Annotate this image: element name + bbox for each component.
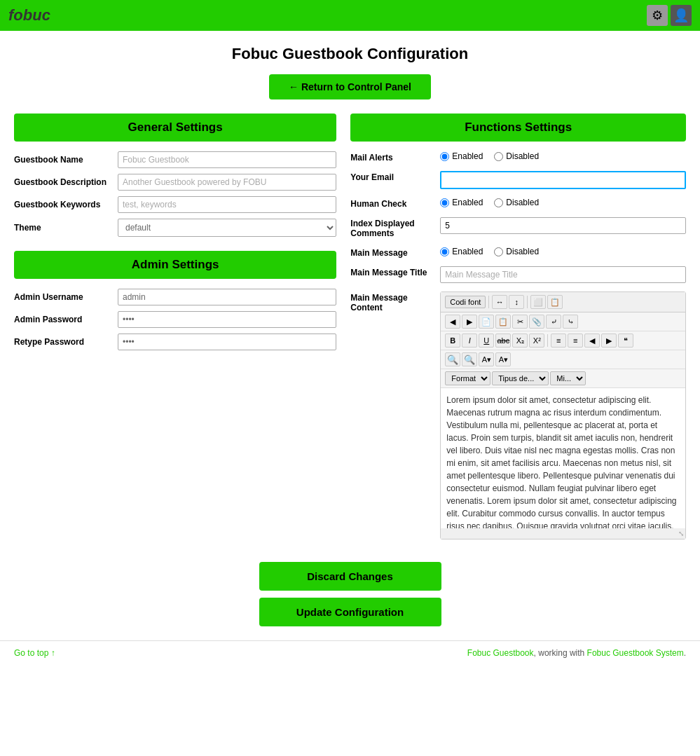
footer-system-link[interactable]: Fobuc Guestbook System: [587, 648, 684, 658]
rte-icon1-btn[interactable]: ↔: [492, 295, 507, 309]
footer-working-text: , working with: [534, 648, 587, 658]
rte-icon2-btn[interactable]: ↕: [509, 295, 524, 309]
main-message-enabled-option[interactable]: Enabled: [440, 247, 483, 256]
mail-alerts-disabled-label: Disabled: [506, 151, 539, 161]
index-comments-row: Index Displayed Comments: [350, 217, 686, 238]
theme-select[interactable]: default: [118, 219, 336, 237]
rte-subscript-btn[interactable]: X₂: [512, 334, 528, 348]
main-message-title-row: Main Message Title: [350, 266, 686, 283]
guestbook-name-label: Guestbook Name: [14, 155, 112, 165]
admin-username-input[interactable]: [118, 289, 336, 305]
footer-right: Fobuc Guestbook, working with Fobuc Gues…: [467, 648, 686, 658]
admin-settings-header: Admin Settings: [14, 251, 336, 279]
human-check-row: Human Check Enabled Disabled: [350, 198, 686, 209]
rte-resize-handle[interactable]: ⤡: [441, 528, 685, 539]
human-check-enabled-radio[interactable]: [440, 198, 449, 207]
main-message-content-control: Codi font ↔ ↕ ⬜ 📋 ◀ ▶ 📄: [440, 291, 686, 539]
mail-alerts-enabled-option[interactable]: Enabled: [440, 151, 483, 161]
rte-copy-btn[interactable]: 📋: [495, 315, 511, 329]
header: fobuc ⚙ 👤: [0, 0, 700, 31]
rte-strikethrough-btn[interactable]: abc: [495, 334, 511, 348]
rte-cut-btn[interactable]: ✂: [512, 315, 528, 329]
admin-password-row: Admin Password: [14, 311, 336, 328]
return-to-control-panel-button[interactable]: ← Return to Control Panel: [269, 74, 431, 99]
main-message-title-label: Main Message Title: [350, 266, 434, 277]
gear-icon[interactable]: ⚙: [647, 5, 668, 26]
guestbook-description-input[interactable]: [118, 174, 336, 191]
theme-label: Theme: [14, 223, 112, 233]
config-columns: General Settings Guestbook Name Guestboo…: [14, 114, 686, 548]
guestbook-name-input[interactable]: [118, 151, 336, 168]
retype-password-input[interactable]: [118, 334, 336, 350]
rte-quote-btn[interactable]: ❝: [618, 334, 633, 348]
rte-toolbar-row2: ◀ ▶ 📄 📋 ✂ 📎 ⤶ ⤷: [441, 312, 685, 331]
main-message-disabled-label: Disabled: [506, 247, 539, 256]
your-email-input[interactable]: [440, 171, 686, 189]
footer-guestbook-link[interactable]: Fobuc Guestbook: [467, 648, 534, 658]
update-configuration-button[interactable]: Update Configuration: [259, 598, 441, 626]
mail-alerts-enabled-radio[interactable]: [440, 152, 449, 161]
rte-italic-btn[interactable]: I: [462, 334, 477, 348]
mail-alerts-control: Enabled Disabled: [440, 151, 686, 161]
logo: fobuc: [8, 6, 50, 25]
admin-username-label: Admin Username: [14, 292, 112, 302]
rte-search-btn[interactable]: 🔍: [462, 352, 477, 366]
your-email-row: Your Email: [350, 171, 686, 189]
rte-underline-btn[interactable]: U: [479, 334, 494, 348]
your-email-control: [440, 171, 686, 189]
main-message-enabled-label: Enabled: [452, 247, 483, 256]
retype-password-row: Retype Password: [14, 334, 336, 350]
human-check-enabled-option[interactable]: Enabled: [440, 198, 483, 207]
rte-icon3-btn[interactable]: ⬜: [530, 295, 546, 309]
human-check-disabled-label: Disabled: [506, 198, 539, 207]
rte-list-ul-btn[interactable]: ≡: [568, 334, 583, 348]
human-check-disabled-radio[interactable]: [494, 198, 503, 207]
main-message-disabled-radio[interactable]: [494, 247, 503, 256]
rte-mi-dropdown[interactable]: Mi...: [550, 371, 586, 385]
main-message-content-row: Main Message Content Codi font ↔ ↕ ⬜ 📋: [350, 291, 686, 539]
rte-codifont-btn[interactable]: Codi font: [445, 296, 486, 308]
rte-indent-inc-btn[interactable]: ▶: [601, 334, 617, 348]
guestbook-keywords-input[interactable]: [118, 196, 336, 213]
rte-back-btn[interactable]: ◀: [445, 315, 460, 329]
rte-newdoc-btn[interactable]: 📄: [479, 315, 494, 329]
main-message-row: Main Message Enabled Disabled: [350, 247, 686, 258]
admin-password-input[interactable]: [118, 311, 336, 328]
rte-font-color-btn[interactable]: A▾: [479, 352, 494, 366]
admin-password-label: Admin Password: [14, 315, 112, 324]
admin-settings-section: Admin Settings Admin Username Admin Pass…: [14, 251, 336, 350]
rte-icon4-btn[interactable]: 📋: [547, 295, 563, 309]
functions-settings-header: Functions Settings: [350, 114, 686, 142]
rte-tipus-dropdown[interactable]: Tipus de...: [492, 371, 549, 385]
rte-undo-btn[interactable]: ⤶: [546, 315, 561, 329]
main-message-enabled-radio[interactable]: [440, 247, 449, 256]
mail-alerts-disabled-option[interactable]: Disabled: [494, 151, 539, 161]
human-check-disabled-option[interactable]: Disabled: [494, 198, 539, 207]
rte-highlight-btn[interactable]: A▾: [495, 352, 511, 366]
rte-spellcheck-btn[interactable]: 🔍: [445, 352, 460, 366]
main-message-title-input[interactable]: [440, 266, 686, 283]
user-icon[interactable]: 👤: [671, 5, 692, 26]
main-message-disabled-option[interactable]: Disabled: [494, 247, 539, 256]
left-column: General Settings Guestbook Name Guestboo…: [14, 114, 336, 364]
rte-redo-btn[interactable]: ⤷: [563, 315, 578, 329]
main-message-content-label: Main Message Content: [350, 291, 434, 312]
rte-toolbar-top: Codi font ↔ ↕ ⬜ 📋: [441, 292, 685, 312]
mail-alerts-label: Mail Alerts: [350, 151, 434, 163]
index-comments-input[interactable]: [440, 217, 686, 234]
rte-toolbar-row3: B I U abc X₂ X² ≡ ≡ ◀ ▶ ❝: [441, 331, 685, 350]
guestbook-desc-label: Guestbook Description: [14, 177, 112, 187]
rte-fwd-btn[interactable]: ▶: [462, 315, 477, 329]
rte-content-area[interactable]: Lorem ipsum dolor sit amet, consectetur …: [441, 388, 685, 528]
rte-paste-btn[interactable]: 📎: [529, 315, 544, 329]
rte-format-dropdown[interactable]: Format: [445, 371, 490, 385]
rte-superscript-btn[interactable]: X²: [529, 334, 544, 348]
footer-end-text: .: [684, 648, 686, 658]
admin-username-row: Admin Username: [14, 289, 336, 305]
discard-changes-button[interactable]: Discard Changes: [259, 562, 441, 591]
go-to-top-link[interactable]: Go to top ↑: [14, 648, 55, 658]
rte-list-ol-btn[interactable]: ≡: [551, 334, 566, 348]
mail-alerts-disabled-radio[interactable]: [494, 152, 503, 161]
rte-bold-btn[interactable]: B: [445, 334, 460, 348]
rte-indent-dec-btn[interactable]: ◀: [584, 334, 600, 348]
